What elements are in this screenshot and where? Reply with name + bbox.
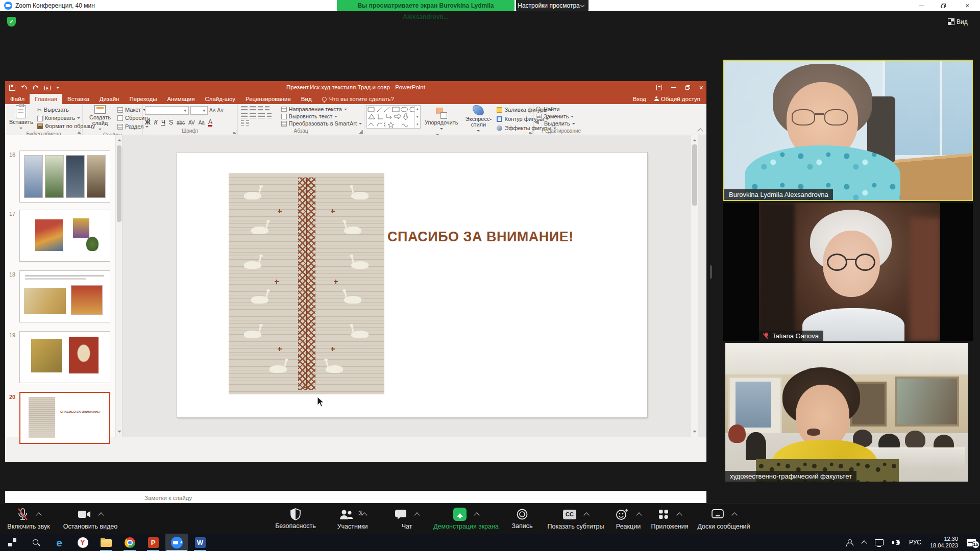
close-button[interactable]: × [960, 0, 975, 11]
reactions-options-chevron[interactable] [636, 512, 642, 518]
tab-slideshow[interactable]: Слайд-шоу [200, 94, 240, 104]
tab-animations[interactable]: Анимация [162, 94, 200, 104]
participants-button[interactable]: Участники 3 [326, 506, 379, 532]
record-button[interactable]: Запись [506, 506, 538, 532]
taskbar-search-button[interactable] [24, 534, 47, 551]
share-screen-button[interactable]: Демонстрация экрана [423, 506, 509, 532]
panel-resize-handle[interactable] [710, 265, 712, 279]
shrink-font-icon[interactable]: A˅ [217, 107, 224, 114]
char-spacing-button[interactable]: AV [188, 119, 195, 127]
shapes-scroll[interactable]: ▲▼▾ [414, 105, 420, 129]
current-slide[interactable]: СПАСИБО ЗА ВНИМАНИЕ! [177, 153, 647, 417]
notification-center-icon[interactable]: 15 [967, 539, 976, 546]
align-buttons[interactable] [240, 113, 279, 119]
tab-insert[interactable]: Вставка [62, 94, 94, 104]
taskbar-yandex[interactable]: Y [71, 534, 94, 551]
restore-button[interactable] [936, 0, 951, 11]
unmute-button[interactable]: Включить звук [1, 506, 56, 532]
language-indicator[interactable]: РУС [909, 539, 921, 546]
taskbar-powerpoint[interactable]: P [142, 534, 164, 551]
share-options-chevron[interactable] [474, 512, 479, 518]
apps-options-chevron[interactable] [676, 512, 682, 518]
taskbar-chrome[interactable] [118, 534, 141, 551]
video-tile-ganova[interactable]: Tatiana Ganova [759, 203, 940, 341]
slide-thumbnail-18[interactable] [19, 270, 110, 322]
mic-options-chevron[interactable] [36, 512, 41, 518]
tab-review[interactable]: Рецензирование [240, 94, 296, 104]
view-settings-button[interactable]: Настройки просмотра [516, 0, 589, 11]
bold-button[interactable]: Ж [145, 119, 151, 127]
new-slide-button[interactable]: Создать слайд [85, 105, 115, 132]
captions-options-chevron[interactable] [583, 512, 589, 518]
arrange-button[interactable]: Упорядочить [423, 105, 460, 133]
tab-design[interactable]: Дизайн [94, 94, 125, 104]
slide-thumbnail-17[interactable] [19, 210, 110, 262]
columns-button[interactable] [240, 120, 279, 127]
speaker-icon[interactable] [892, 539, 900, 546]
whiteboards-button[interactable]: Доски сообщений [688, 506, 760, 532]
text-direction-button[interactable]: Направление текста [281, 106, 362, 113]
stop-video-button[interactable]: Остановить видео [57, 506, 124, 532]
change-case-button[interactable]: Aa [199, 119, 205, 127]
find-button[interactable]: Найти [536, 106, 575, 113]
select-button[interactable]: Выделить [536, 120, 575, 127]
tab-home[interactable]: Главная [30, 94, 62, 104]
italic-button[interactable]: К [154, 119, 158, 127]
tab-file[interactable]: Файл [5, 94, 30, 104]
reactions-button[interactable]: Реакции [608, 506, 648, 532]
dialog-launcher-icon[interactable] [233, 130, 236, 134]
slide-thumbnail-20-selected[interactable]: СПАСИБО ЗА ВНИМАНИЕ! [19, 392, 110, 444]
shapes-gallery[interactable]: ▲▼▾ [366, 105, 421, 133]
network-icon[interactable] [875, 539, 884, 545]
share-button[interactable]: Общий доступ [654, 96, 700, 102]
paste-button[interactable]: Вставить [7, 105, 35, 131]
chat-options-chevron[interactable] [414, 512, 420, 518]
whiteboards-options-chevron[interactable] [731, 512, 737, 518]
replace-button[interactable]: abЗаменить [536, 113, 575, 120]
start-button[interactable] [1, 534, 23, 551]
dialog-launcher-icon[interactable] [359, 130, 363, 134]
font-name-combobox[interactable] [145, 106, 189, 115]
font-color-button[interactable]: А [208, 119, 212, 127]
security-button[interactable]: Безопасность [270, 506, 322, 532]
taskbar-edge[interactable]: e [48, 534, 70, 551]
view-button[interactable]: Вид [948, 16, 968, 28]
ppt-minimize-icon[interactable] [671, 87, 676, 88]
ppt-close-icon[interactable]: × [699, 84, 703, 92]
taskbar-zoom-active[interactable] [165, 534, 188, 551]
thumbnail-scrollbar[interactable] [115, 135, 122, 437]
tray-expand-icon[interactable] [861, 540, 867, 546]
clock[interactable]: 12:30 18.04.2023 [930, 536, 958, 549]
align-text-button[interactable]: Выровнять текст [281, 113, 362, 120]
apps-button[interactable]: Приложения [646, 506, 693, 532]
tab-view[interactable]: Вид [296, 94, 317, 104]
taskbar-word[interactable]: W [189, 534, 211, 551]
participants-options-chevron[interactable] [361, 512, 367, 518]
chat-button[interactable]: Чат [389, 506, 425, 532]
taskbar-explorer[interactable] [95, 534, 117, 551]
video-tile-burovkina[interactable]: Burovkina Lydmila Alexsandrovna [723, 60, 973, 201]
captions-button[interactable]: CC Показать субтитры [540, 506, 611, 532]
quick-styles-button[interactable]: Экспресс-стили [462, 105, 495, 133]
dialog-launcher-icon[interactable] [529, 130, 532, 134]
sign-in-link[interactable]: Вход [633, 96, 646, 102]
smartart-button[interactable]: Преобразовать в SmartArt [281, 120, 362, 127]
video-options-chevron[interactable] [98, 512, 104, 518]
slide-thumbnail-16[interactable] [19, 151, 110, 203]
collapse-ribbon-icon[interactable] [697, 128, 703, 134]
list-buttons[interactable] [240, 106, 279, 112]
ribbon-display-options-icon[interactable] [656, 85, 662, 90]
grow-font-icon[interactable]: A˄ [209, 107, 216, 114]
dialog-launcher-icon[interactable] [78, 130, 81, 134]
strikethrough-button[interactable]: abc [177, 119, 185, 127]
video-tile-faculty[interactable]: художественно-графический факультет [725, 343, 968, 482]
underline-button[interactable]: Ч [161, 119, 165, 127]
minimize-button[interactable] [914, 0, 929, 11]
ppt-restore-icon[interactable] [685, 85, 690, 90]
people-tray-icon[interactable] [846, 539, 853, 546]
slide-thumbnail-19[interactable] [19, 331, 110, 383]
font-size-combobox[interactable] [190, 106, 208, 115]
tell-me-box[interactable]: Что вы хотите сделать? [317, 94, 399, 104]
text-shadow-button[interactable]: S [169, 119, 173, 127]
editor-scrollbar[interactable] [690, 135, 698, 437]
